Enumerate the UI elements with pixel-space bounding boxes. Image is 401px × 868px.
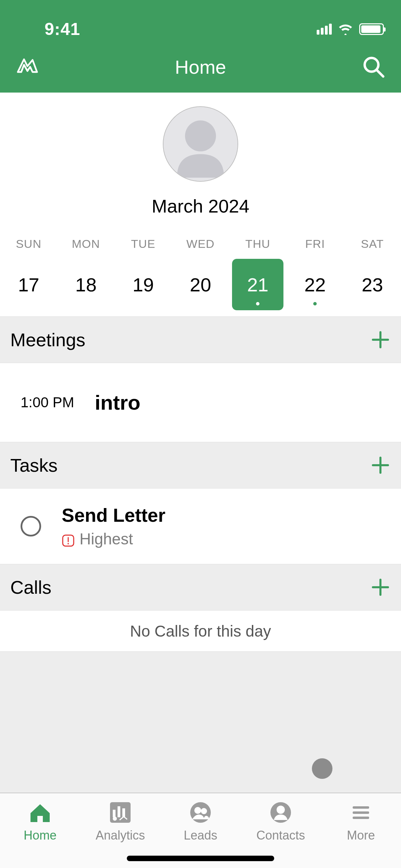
- svg-line-1: [377, 70, 383, 76]
- wifi-icon: [338, 23, 353, 35]
- svg-point-17: [113, 817, 117, 821]
- battery-icon: [359, 23, 384, 35]
- task-checkbox[interactable]: [21, 516, 41, 537]
- nav-header: Home: [0, 48, 401, 93]
- weekday-label: SAT: [344, 237, 401, 251]
- weekday-label: FRI: [287, 237, 344, 251]
- meetings-section-header: Meetings: [0, 316, 401, 363]
- cellular-icon: [317, 24, 332, 35]
- tab-more[interactable]: More: [321, 799, 401, 868]
- meetings-title: Meetings: [10, 329, 85, 350]
- profile-area: March 2024: [0, 93, 401, 227]
- meeting-title: intro: [95, 391, 140, 414]
- add-task-button[interactable]: [370, 455, 391, 475]
- date-cell[interactable]: 20: [172, 259, 229, 310]
- priority-highest-icon: [62, 532, 75, 545]
- floating-indicator-icon[interactable]: [312, 758, 332, 779]
- tab-label: More: [347, 828, 375, 843]
- status-time: 9:41: [45, 19, 80, 39]
- weekday-label: THU: [229, 237, 287, 251]
- svg-point-22: [277, 806, 285, 814]
- home-icon: [27, 799, 53, 825]
- avatar[interactable]: [163, 106, 238, 182]
- zia-logo-icon[interactable]: [14, 53, 41, 81]
- date-cell[interactable]: 22: [287, 259, 344, 310]
- meeting-time: 1:00 PM: [21, 394, 74, 411]
- week-strip: SUN MON TUE WED THU FRI SAT 17 18 19 20 …: [0, 227, 401, 316]
- svg-rect-25: [353, 817, 369, 819]
- event-dot-icon: [256, 302, 259, 305]
- event-dot-icon: [313, 302, 317, 305]
- calls-title: Calls: [10, 577, 51, 598]
- tab-home[interactable]: Home: [0, 799, 80, 868]
- weekday-label: MON: [57, 237, 114, 251]
- date-cell[interactable]: 18: [57, 259, 114, 310]
- task-priority-label: Highest: [80, 530, 133, 548]
- tasks-title: Tasks: [10, 455, 58, 476]
- tasks-section-header: Tasks: [0, 442, 401, 489]
- month-label[interactable]: March 2024: [151, 195, 249, 217]
- weekday-label: TUE: [114, 237, 172, 251]
- status-bar: 9:41: [0, 0, 401, 48]
- analytics-icon: [107, 799, 133, 825]
- task-row[interactable]: Send Letter Highest: [0, 489, 401, 564]
- leads-icon: [187, 799, 214, 825]
- tab-label: Contacts: [256, 828, 305, 843]
- tab-label: Leads: [184, 828, 217, 843]
- weekday-label: SUN: [0, 237, 57, 251]
- status-icons: [317, 23, 384, 35]
- page-title: Home: [41, 56, 360, 78]
- search-icon[interactable]: [360, 53, 387, 81]
- contacts-icon: [268, 799, 294, 825]
- date-cell-selected[interactable]: 21: [229, 259, 287, 310]
- weekday-label: WED: [172, 237, 229, 251]
- home-indicator[interactable]: [127, 856, 274, 861]
- add-meeting-button[interactable]: [370, 329, 391, 350]
- tab-label: Analytics: [96, 828, 145, 843]
- date-cell[interactable]: 19: [114, 259, 172, 310]
- svg-point-20: [201, 808, 207, 814]
- svg-rect-23: [353, 806, 369, 809]
- content-filler: [0, 652, 401, 793]
- calls-empty-text: No Calls for this day: [0, 611, 401, 652]
- meeting-row[interactable]: 1:00 PM intro: [0, 363, 401, 442]
- svg-point-3: [185, 120, 216, 151]
- svg-rect-14: [113, 810, 116, 817]
- svg-point-19: [194, 807, 201, 814]
- add-call-button[interactable]: [370, 577, 391, 598]
- task-priority: Highest: [62, 530, 166, 548]
- tab-label: Home: [24, 828, 57, 843]
- more-icon: [348, 799, 374, 825]
- task-title: Send Letter: [62, 504, 166, 526]
- svg-rect-24: [353, 811, 369, 814]
- calls-section-header: Calls: [0, 564, 401, 611]
- svg-point-10: [68, 543, 69, 544]
- date-cell[interactable]: 23: [344, 259, 401, 310]
- svg-rect-15: [118, 806, 120, 817]
- date-cell[interactable]: 17: [0, 259, 57, 310]
